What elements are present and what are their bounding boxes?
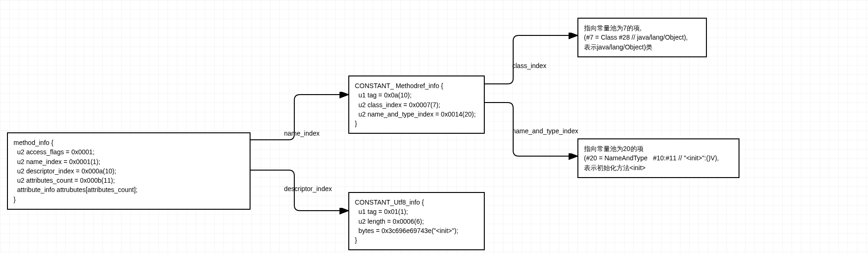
node-methodref: CONSTANT_ Methodref_info { u1 tag = 0x0a… <box>348 76 485 134</box>
edge-label-name-index: name_index <box>284 130 319 137</box>
edge-label-class-index: class_index <box>512 62 546 69</box>
node-nat-desc: 指向常量池为20的项 (#20 = NameAndType #10:#11 //… <box>577 138 739 178</box>
edge-label-nat-index: name_and_type_index <box>512 127 578 135</box>
node-method-info: method_info { u2 access_flags = 0x0001; … <box>7 132 251 210</box>
node-class-desc: 指向常量池为7的项, (#7 = Class #28 // java/lang/… <box>577 18 707 57</box>
node-utf8: CONSTANT_Utf8_info { u1 tag = 0x01(1); u… <box>348 192 485 250</box>
edge-label-descriptor-index: descriptor_index <box>284 185 332 192</box>
